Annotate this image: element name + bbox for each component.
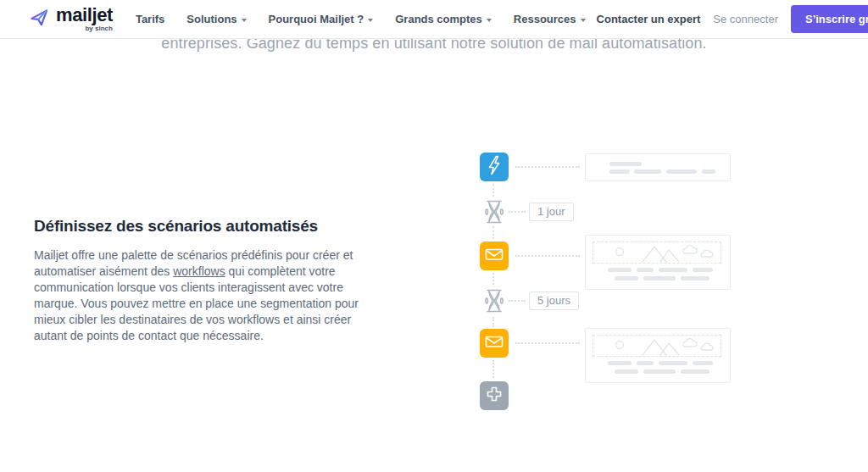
login-link[interactable]: Se connecter [713,13,778,25]
placeholder-bar [659,268,687,272]
cloud-shape [683,246,697,253]
paper-plane-icon [29,7,50,31]
placeholder-bar [609,162,642,166]
nav-item-solutions[interactable]: Solutions [175,13,257,25]
chevron-down-icon [242,19,247,22]
plus-icon [480,380,509,412]
signup-button[interactable]: S’inscrire gratuitement [791,5,868,33]
cloud-shape [701,343,713,350]
dotted-connector [492,317,494,327]
nav-item-label: Solutions [186,13,236,25]
chevron-down-icon [581,19,586,22]
trigger-node [480,153,509,181]
email-preview-card [585,328,731,383]
image-placeholder [593,335,721,357]
chevron-down-icon [487,19,492,22]
contact-expert-link[interactable]: Contacter un expert [597,13,701,25]
lightning-icon [480,151,509,183]
main-nav: Tarifs Solutions Pourquoi Mailjet ? Gran… [125,13,597,25]
delay-label: 1 jour [529,203,574,221]
nav-item-label: Tarifs [136,13,164,25]
logo-byline-text: by sinch [85,25,112,32]
dotted-connector [492,184,494,197]
mailjet-logo[interactable]: mailjet by sinch [29,6,113,32]
placeholder-bar [643,276,676,280]
dotted-connector [515,255,580,257]
email-preview-card [585,153,731,181]
placeholder-bar [693,361,713,365]
nav-item-label: Grands comptes [395,13,482,25]
nav-item-grands-comptes[interactable]: Grands comptes [384,13,503,25]
image-placeholder [593,242,721,264]
hourglass-icon [485,288,504,314]
cloud-shape [683,339,697,347]
placeholder-bar [643,369,676,374]
nav-item-ressources[interactable]: Ressources [503,13,597,25]
placeholder-bar [659,361,687,365]
nav-item-tarifs[interactable]: Tarifs [125,13,175,25]
email-node [480,329,509,358]
nav-item-label: Pourquoi Mailjet ? [269,13,364,25]
placeholder-bar [702,169,715,174]
placeholder-bar [681,369,709,374]
envelope-icon [480,327,509,359]
placeholder-bar [637,268,654,272]
section-paragraph: Mailjet offre une palette de scénarios p… [34,247,380,344]
placeholder-bar [634,169,661,174]
mountain-shape [660,250,679,262]
cloud-shape [701,250,713,257]
dotted-connector [515,342,580,344]
mountain-shape [660,343,679,355]
sun-shape [616,248,624,256]
dotted-connector [515,166,580,168]
envelope-icon [480,240,509,272]
delay-label: 5 jours [529,292,579,310]
top-navbar: mailjet by sinch Tarifs Solutions Pourqu… [0,0,868,39]
add-step-node [480,381,509,410]
placeholder-bar [615,369,638,374]
nav-item-label: Ressources [514,13,576,25]
dotted-connector [509,300,526,302]
header-actions: Contacter un expert Se connecter S’inscr… [597,5,868,33]
dotted-connector [492,360,494,378]
hourglass-icon [485,199,504,225]
dotted-connector [492,226,494,239]
placeholder-bar [609,169,630,174]
email-preview-card [585,235,731,290]
dotted-connector [492,273,494,285]
placeholder-bar [615,276,638,280]
placeholder-bar [608,361,632,365]
mountain-shape [643,340,666,355]
placeholder-bar [681,276,709,280]
nav-item-pourquoi-mailjet[interactable]: Pourquoi Mailjet ? [258,13,385,25]
placeholder-bar [608,268,632,272]
sun-shape [616,342,624,349]
logo-brand-text: mailjet [56,6,113,25]
placeholder-bar [637,361,654,365]
mountain-shape [643,247,666,262]
placeholder-bar [693,268,713,272]
section-title: Définissez des scénarios automatisés [34,217,380,236]
placeholder-bar [666,169,697,174]
workflows-link[interactable]: workflows [173,264,225,278]
dotted-connector [509,211,526,213]
scenarios-section: Définissez des scénarios automatisés Mai… [34,217,380,344]
email-node [480,242,509,270]
chevron-down-icon [368,19,373,22]
